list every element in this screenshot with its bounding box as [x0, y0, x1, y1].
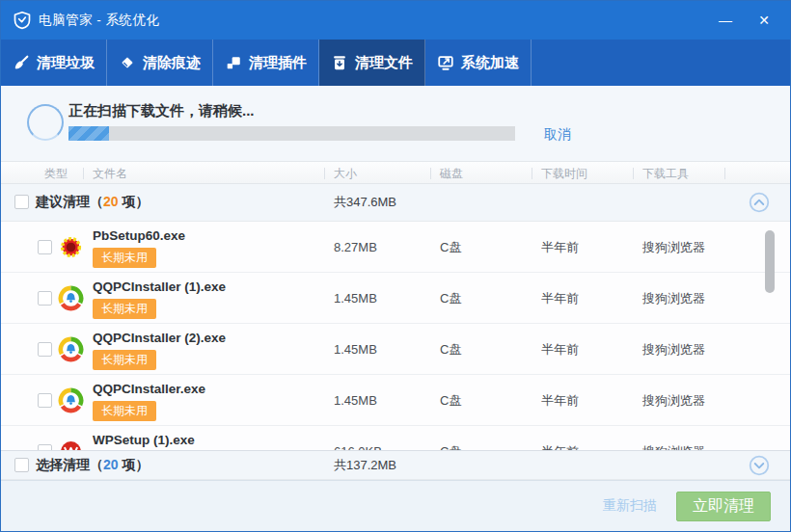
file-time: 半年前: [541, 375, 579, 426]
scanning-spinner-icon: [27, 104, 64, 141]
table-header: 类型 文件名 大小 磁盘 下载时间 下载工具: [1, 161, 790, 184]
tab-label: 清理插件: [249, 54, 307, 72]
column-header-type: 类型: [44, 166, 68, 182]
tab-bar: 清理垃圾 清除痕迹 清理插件 清理文件: [1, 40, 790, 86]
file-tool: 搜狗浏览器: [642, 222, 705, 273]
file-disk: C盘: [440, 324, 461, 375]
window-title: 电脑管家 - 系统优化: [39, 12, 160, 29]
file-name: QQPCInstaller.exe: [93, 382, 205, 396]
group-checkbox[interactable]: [14, 195, 29, 209]
file-time: 半年前: [541, 222, 579, 273]
scan-section: 正在扫描下载文件，请稍候... 取消: [1, 86, 790, 161]
window-controls: — ✕: [711, 7, 778, 34]
file-name: PbSetup60.exe: [93, 228, 185, 243]
file-tool: 搜狗浏览器: [642, 324, 705, 375]
qq-pcmgr-icon: [58, 387, 84, 413]
row-checkbox[interactable]: [38, 393, 52, 408]
scan-status-text: 正在扫描下载文件，请稍候...: [68, 102, 255, 120]
row-checkbox[interactable]: [38, 291, 52, 306]
tab-clean-plugins[interactable]: 清理插件: [213, 40, 319, 86]
close-button[interactable]: ✕: [750, 7, 778, 34]
tab-label: 清除痕迹: [143, 54, 201, 72]
group-row-suggested-clean[interactable]: 建议清理（20 项） 共347.6MB: [1, 184, 790, 222]
column-separator: [430, 168, 431, 179]
column-header-download-tool: 下载工具: [642, 166, 689, 182]
file-time: 半年前: [541, 426, 579, 450]
column-header-download-time: 下载时间: [541, 166, 587, 182]
tab-system-speedup[interactable]: 系统加速: [425, 40, 532, 86]
table-row[interactable]: WPSetup (1).exe 616.0KB C盘 半年前 搜狗浏览器: [1, 426, 790, 450]
file-tool: 搜狗浏览器: [642, 426, 705, 450]
collapse-chevron-up-icon[interactable]: [749, 192, 770, 213]
group-row-optional-clean[interactable]: 选择清理（20 项） 共137.2MB: [1, 450, 790, 480]
app-window: 电脑管家 - 系统优化 — ✕ 清理垃圾 清除痕迹 清理插: [0, 0, 791, 532]
wps-installer-icon: [58, 439, 84, 450]
file-size: 1.45MB: [334, 324, 377, 375]
unused-badge: 长期未用: [93, 248, 156, 268]
file-name: WPSetup (1).exe: [93, 433, 195, 447]
row-checkbox[interactable]: [38, 240, 52, 254]
column-separator: [724, 168, 725, 179]
group-label: 选择清理（20 项）: [36, 457, 149, 474]
file-size: 1.45MB: [334, 273, 377, 324]
group-total-size: 共137.2MB: [334, 457, 396, 474]
tab-label: 清理垃圾: [37, 54, 95, 72]
plugin-blocks-icon: [225, 54, 242, 71]
trash-download-icon: [331, 54, 348, 71]
tab-label: 清理文件: [355, 54, 413, 72]
table-row[interactable]: QQPCInstaller.exe 长期未用 1.45MB C盘 半年前 搜狗浏…: [1, 375, 790, 426]
unused-badge: 长期未用: [93, 401, 156, 421]
group-count: 20: [103, 457, 119, 472]
file-disk: C盘: [440, 426, 461, 450]
column-separator: [324, 168, 325, 179]
minimize-button[interactable]: —: [711, 7, 740, 34]
group-label: 建议清理（20 项）: [36, 194, 149, 211]
eraser-icon: [119, 54, 136, 71]
group-count: 20: [103, 194, 119, 209]
qq-pcmgr-icon: [58, 336, 84, 362]
clean-now-button[interactable]: 立即清理: [676, 492, 771, 521]
footer-bar: 重新扫描 立即清理: [1, 480, 790, 532]
file-disk: C盘: [440, 273, 461, 324]
column-separator: [633, 168, 634, 179]
file-name: QQPCInstaller (2).exe: [93, 331, 226, 345]
file-disk: C盘: [440, 222, 461, 273]
file-disk: C盘: [440, 375, 461, 426]
tab-clean-files[interactable]: 清理文件: [319, 40, 425, 86]
group-checkbox[interactable]: [14, 458, 29, 472]
qq-pcmgr-icon: [58, 285, 84, 311]
sunburst-installer-icon: [58, 234, 84, 260]
scan-progress-bar: [68, 126, 515, 141]
tab-clean-junk[interactable]: 清理垃圾: [1, 40, 107, 86]
monitor-speedup-icon: [437, 54, 454, 71]
title-bar: 电脑管家 - 系统优化 — ✕: [1, 1, 790, 40]
column-header-size: 大小: [334, 166, 357, 182]
file-size: 1.45MB: [334, 375, 377, 426]
tab-label: 系统加速: [461, 54, 519, 72]
table-row[interactable]: QQPCInstaller (2).exe 长期未用 1.45MB C盘 半年前…: [1, 324, 790, 375]
column-separator: [532, 168, 532, 179]
scrollbar-thumb[interactable]: [765, 230, 775, 293]
table-row[interactable]: PbSetup60.exe 长期未用 8.27MB C盘 半年前 搜狗浏览器: [1, 222, 790, 273]
file-tool: 搜狗浏览器: [642, 375, 705, 426]
file-time: 半年前: [541, 273, 579, 324]
column-separator: [83, 168, 84, 179]
group-total-size: 共347.6MB: [334, 194, 396, 211]
table-row[interactable]: QQPCInstaller (1).exe 长期未用 1.45MB C盘 半年前…: [1, 273, 790, 324]
shield-check-logo-icon: [13, 11, 32, 30]
column-header-disk: 磁盘: [440, 166, 463, 182]
cancel-scan-link[interactable]: 取消: [544, 126, 571, 144]
broom-icon: [13, 54, 30, 71]
row-checkbox[interactable]: [38, 342, 52, 357]
unused-badge: 长期未用: [93, 299, 156, 319]
file-size: 616.0KB: [334, 426, 382, 450]
file-name: QQPCInstaller (1).exe: [93, 279, 226, 294]
unused-badge: 长期未用: [93, 350, 156, 370]
tab-clear-traces[interactable]: 清除痕迹: [107, 40, 213, 86]
rescan-button[interactable]: 重新扫描: [603, 497, 657, 515]
file-size: 8.27MB: [334, 222, 377, 273]
column-header-filename: 文件名: [93, 166, 127, 182]
scan-progress-fill: [68, 126, 109, 141]
file-time: 半年前: [541, 324, 579, 375]
expand-chevron-down-icon[interactable]: [749, 455, 770, 476]
